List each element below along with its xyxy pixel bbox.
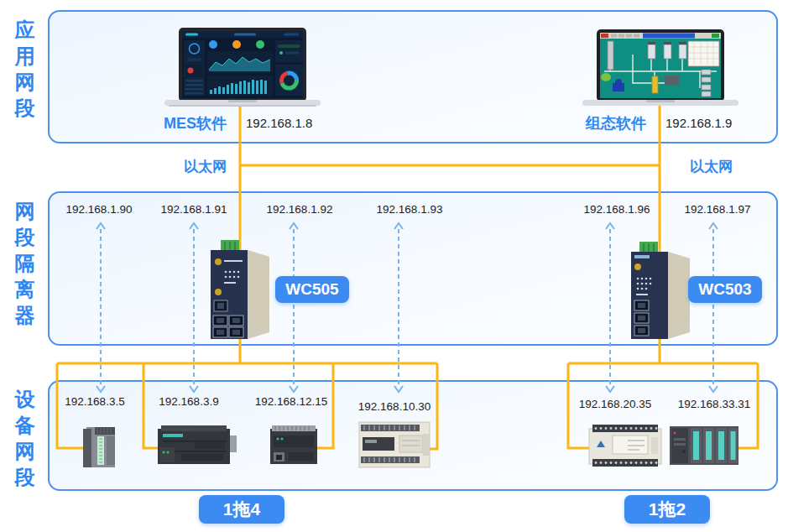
- mapping-arrow-2: [190, 223, 198, 392]
- plc-device-image-2: [156, 422, 237, 468]
- scada-laptop-image: [582, 29, 738, 109]
- isolator-segment-label: 网段隔离器: [13, 198, 36, 328]
- ethernet-label-left: 以太网: [166, 157, 227, 176]
- plc-device-image-3: [267, 424, 321, 467]
- device-ip-label-5: 192.168.20.35: [569, 398, 661, 410]
- mes-ip-label: 192.168.1.8: [246, 116, 312, 130]
- mapping-arrow-1: [97, 223, 105, 392]
- plc-device-image-1: [81, 424, 118, 470]
- group-badge-1to4: 1拖4: [199, 495, 284, 524]
- wan-ip-label-4: 192.168.1.93: [363, 203, 456, 216]
- mapping-arrow-5: [606, 223, 614, 392]
- mes-dashboard-screen: [164, 28, 321, 109]
- plc-device-image-6: [668, 423, 740, 468]
- wan-ip-label-2: 192.168.1.91: [148, 203, 240, 216]
- wan-ip-label-6: 192.168.1.97: [671, 203, 764, 216]
- mapping-arrow-3: [290, 223, 298, 392]
- ethernet-label-right: 以太网: [690, 157, 733, 176]
- app-segment-label: 应用网段: [13, 17, 36, 121]
- plc-beige-graphic: [357, 417, 433, 472]
- plc-rack-graphic: [668, 423, 740, 468]
- device-ip-label-1: 192.168.3.5: [49, 395, 141, 408]
- device-ip-label-4: 192.168.10.30: [348, 400, 441, 413]
- plc-wide-dark-graphic: [156, 422, 237, 468]
- scada-ip-label: 192.168.1.9: [665, 116, 732, 130]
- mapping-arrow-6: [709, 223, 718, 392]
- mapping-arrow-4: [394, 223, 403, 392]
- device-segment-label: 设备网段: [13, 386, 36, 490]
- group-badge-1to2: 1拖2: [624, 495, 710, 524]
- wan-ip-label-3: 192.168.1.92: [253, 203, 346, 216]
- wan-ip-label-1: 192.168.1.90: [53, 203, 145, 216]
- wc505-device-image: [204, 240, 279, 342]
- device-ip-label-3: 192.168.12.15: [245, 395, 337, 408]
- wc505-badge: WC505: [275, 276, 349, 303]
- scada-hmi-screen: [582, 29, 738, 109]
- wc505-gateway-graphic: [204, 240, 279, 342]
- device-ip-label-6: 192.168.33.31: [668, 398, 760, 410]
- mes-software-label: MES软件: [141, 113, 227, 133]
- plc-device-image-5: [587, 422, 665, 469]
- scada-software-label: 组态软件: [561, 113, 646, 133]
- device-ip-label-2: 192.168.3.9: [143, 395, 235, 408]
- plc-device-image-4: [357, 417, 433, 472]
- wc503-badge: WC503: [688, 276, 762, 303]
- plc-compact-graphic: [267, 424, 321, 467]
- network-topology-diagram: 应用网段 网段隔离器 设备网段: [0, 0, 788, 532]
- wan-ip-label-5: 192.168.1.96: [571, 203, 663, 216]
- mes-laptop-image: [164, 28, 321, 109]
- plc-terminal-graphic: [587, 422, 665, 469]
- plc-modular-graphic: [81, 424, 118, 470]
